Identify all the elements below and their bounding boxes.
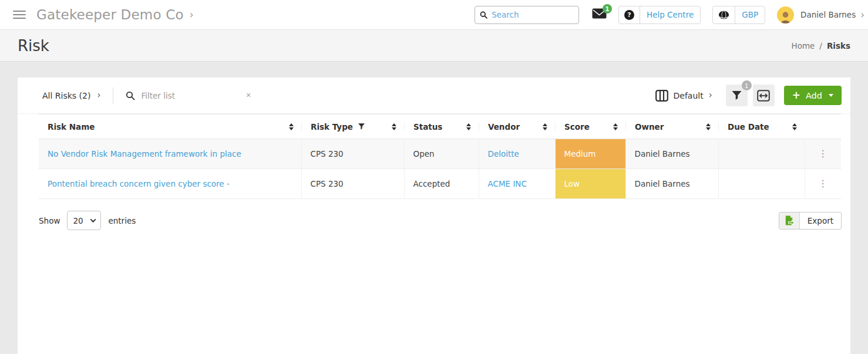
export-label: Export <box>800 213 841 229</box>
search-icon <box>126 91 135 100</box>
view-selector[interactable]: Default › <box>655 90 712 102</box>
expand-horizontal-icon <box>757 90 770 102</box>
column-header-status[interactable]: Status <box>404 114 479 139</box>
score-cell: Low <box>555 169 625 199</box>
chevron-right-icon: › <box>860 10 864 20</box>
breadcrumb-home[interactable]: Home <box>791 41 815 50</box>
page-title: Risk <box>18 37 49 55</box>
view-name: Default <box>674 91 704 100</box>
chevron-right-icon: › <box>97 91 100 100</box>
sort-icon[interactable] <box>792 123 797 130</box>
score-badge: Low <box>556 169 625 198</box>
user-menu[interactable]: Daniel Barnes › <box>800 10 864 20</box>
vendor-link[interactable]: ACME INC <box>488 179 527 188</box>
status-cell: Open <box>404 139 479 169</box>
company-name: Gatekeeper Demo Co <box>36 7 184 22</box>
saved-list-label: All Risks (2) <box>42 91 90 100</box>
sort-icon[interactable] <box>543 123 547 130</box>
add-button-label: Add <box>806 91 822 100</box>
card-footer: Show 20 entries Export <box>18 199 850 230</box>
sort-icon[interactable] <box>289 123 294 130</box>
filter-count-badge: 1 <box>742 80 752 90</box>
avatar[interactable] <box>777 6 794 23</box>
user-name: Daniel Barnes <box>800 10 856 19</box>
saved-list-selector[interactable]: All Risks (2) › <box>42 91 100 100</box>
global-search[interactable] <box>475 6 579 24</box>
risks-table: Risk Name Risk Type Status <box>39 114 841 199</box>
company-menu[interactable]: Gatekeeper Demo Co › <box>36 7 194 22</box>
sort-icon[interactable] <box>706 123 711 130</box>
funnel-icon <box>358 123 365 130</box>
unread-count-badge: 1 <box>603 4 612 14</box>
clear-filter-icon[interactable]: ✕ <box>245 92 251 99</box>
risk-name-cell: No Vendor Risk Management framework in p… <box>39 139 301 169</box>
search-icon <box>480 11 487 19</box>
row-menu-icon[interactable]: ⋮ <box>818 179 827 188</box>
risk-type-cell: CPS 230 <box>301 139 404 169</box>
table-row: No Vendor Risk Management framework in p… <box>39 139 841 169</box>
vendor-link[interactable]: Deloitte <box>488 149 519 159</box>
score-cell: Medium <box>555 139 625 169</box>
funnel-icon <box>731 90 742 101</box>
menu-icon[interactable] <box>13 11 26 19</box>
actions-cell: ⋮ <box>805 169 841 199</box>
risk-name-cell: Pontential breach concern given cyber sc… <box>39 169 301 199</box>
globe-icon-wrap <box>713 6 735 23</box>
question-icon: ? <box>624 10 634 20</box>
vendor-cell: ACME INC <box>479 169 555 199</box>
vendor-cell: Deloitte <box>479 139 555 169</box>
risk-name-link[interactable]: Pontential breach concern given cyber sc… <box>48 179 230 188</box>
add-button[interactable]: + Add <box>784 86 842 105</box>
column-header-due-date[interactable]: Due Date <box>718 114 805 139</box>
owner-cell: Daniel Barnes <box>625 169 718 199</box>
column-header-actions <box>805 114 841 139</box>
export-icon-wrap <box>779 213 800 229</box>
column-header-owner[interactable]: Owner <box>625 114 718 139</box>
page-size-value: 20 <box>73 216 83 225</box>
owner-cell: Daniel Barnes <box>625 139 718 169</box>
sort-icon[interactable] <box>613 123 618 130</box>
column-header-score[interactable]: Score <box>555 114 625 139</box>
export-file-icon <box>783 215 795 226</box>
table-header-row: Risk Name Risk Type Status <box>39 114 841 139</box>
search-input[interactable] <box>492 10 574 19</box>
table-row: Pontential breach concern given cyber sc… <box>39 169 841 199</box>
currency-button[interactable]: GBP <box>712 6 765 24</box>
page-size-select[interactable]: 20 <box>67 211 101 230</box>
show-label: Show <box>39 216 60 225</box>
filter-list-input[interactable] <box>141 91 223 100</box>
row-menu-icon[interactable]: ⋮ <box>818 149 827 159</box>
status-cell: Accepted <box>404 169 479 199</box>
currency-label: GBP <box>735 10 765 19</box>
expand-columns-button[interactable] <box>753 85 775 106</box>
column-header-risk-name[interactable]: Risk Name <box>39 114 301 139</box>
page-body: All Risks (2) › ✕ D <box>0 62 868 354</box>
globe-icon <box>718 11 729 19</box>
toolbar-right: Default › 1 <box>655 85 842 106</box>
page-size-control: Show 20 entries <box>39 211 136 230</box>
breadcrumb-current: Risks <box>827 41 850 50</box>
columns-icon <box>655 90 668 102</box>
column-header-vendor[interactable]: Vendor <box>479 114 555 139</box>
person-icon <box>779 10 792 23</box>
chevron-down-icon <box>90 217 96 222</box>
caret-down-icon <box>829 94 833 97</box>
sort-icon[interactable] <box>392 123 396 130</box>
breadcrumb-separator: / <box>819 41 822 50</box>
chevron-right-icon: › <box>709 91 712 100</box>
entries-label: entries <box>108 216 136 225</box>
card-toolbar: All Risks (2) › ✕ D <box>18 77 850 114</box>
sort-icon[interactable] <box>466 123 471 130</box>
chevron-right-icon: › <box>190 10 194 20</box>
filter-list-box[interactable]: ✕ <box>126 91 251 100</box>
help-centre-button[interactable]: ? Help Centre <box>618 6 701 24</box>
column-header-risk-type[interactable]: Risk Type <box>301 114 404 139</box>
filters-button[interactable]: 1 <box>726 85 748 106</box>
messages-button[interactable]: 1 <box>592 8 607 21</box>
plus-icon: + <box>792 90 800 100</box>
score-badge: Medium <box>556 139 625 168</box>
toolbar-divider <box>113 87 113 104</box>
risks-card: All Risks (2) › ✕ D <box>18 77 850 354</box>
export-button[interactable]: Export <box>779 212 842 230</box>
risk-name-link[interactable]: No Vendor Risk Management framework in p… <box>48 149 241 159</box>
